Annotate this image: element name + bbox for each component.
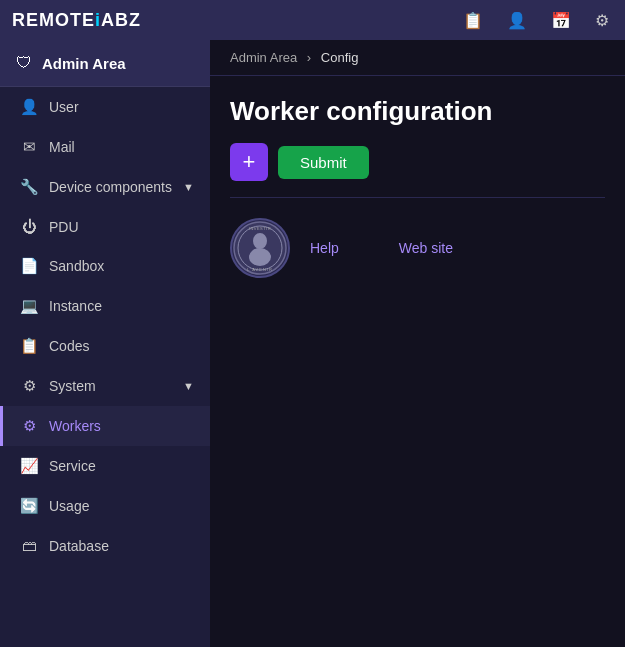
users-icon[interactable]: 👤 (503, 7, 531, 34)
sidebar-header: 🛡 Admin Area (0, 40, 210, 87)
sidebar-item-device-components[interactable]: 🔧 Device components ▼ (0, 167, 210, 207)
worker-logo-svg: L'AVENIR INVESTIR (233, 221, 287, 275)
pdu-icon: ⏻ (19, 218, 39, 235)
sidebar-item-label: Usage (49, 498, 89, 514)
submit-button[interactable]: Submit (278, 146, 369, 179)
sidebar-item-mail[interactable]: ✉ Mail (0, 127, 210, 167)
help-link[interactable]: Help (310, 240, 339, 256)
sidebar-item-label: System (49, 378, 96, 394)
system-icon: ⚙ (19, 377, 39, 395)
svg-point-3 (249, 248, 271, 266)
worker-entry: L'AVENIR INVESTIR Help Web site (210, 198, 625, 298)
sidebar-item-label: Service (49, 458, 96, 474)
user-icon: 👤 (19, 98, 39, 116)
sidebar-item-usage[interactable]: 🔄 Usage (0, 486, 210, 526)
sidebar-item-instance[interactable]: 💻 Instance (0, 286, 210, 326)
sidebar-item-system[interactable]: ⚙ System ▼ (0, 366, 210, 406)
workers-icon: ⚙ (19, 417, 39, 435)
svg-text:INVESTIR: INVESTIR (249, 226, 271, 231)
content-area: Admin Area › Config Worker configuration… (210, 40, 625, 647)
svg-text:L'AVENIR: L'AVENIR (247, 267, 273, 272)
svg-point-2 (253, 233, 267, 249)
sidebar-item-label: User (49, 99, 79, 115)
shield-icon: 🛡 (16, 54, 32, 72)
top-navigation: REMOTEiABZ 📋 👤 📅 ⚙ (0, 0, 625, 40)
worker-logo: L'AVENIR INVESTIR (230, 218, 290, 278)
sidebar-item-sandbox[interactable]: 📄 Sandbox (0, 246, 210, 286)
breadcrumb-separator: › (307, 50, 311, 65)
instance-icon: 💻 (19, 297, 39, 315)
codes-icon: 📋 (19, 337, 39, 355)
database-icon: 🗃 (19, 537, 39, 554)
sidebar: 🛡 Admin Area 👤 User ✉ Mail 🔧 Device comp… (0, 40, 210, 647)
app-logo: REMOTEiABZ (12, 10, 141, 31)
sidebar-item-label: Sandbox (49, 258, 104, 274)
sandbox-icon: 📄 (19, 257, 39, 275)
sidebar-item-label: Device components (49, 179, 172, 195)
sidebar-item-codes[interactable]: 📋 Codes (0, 326, 210, 366)
page-title: Worker configuration (230, 96, 605, 127)
sidebar-item-database[interactable]: 🗃 Database (0, 526, 210, 565)
sidebar-item-label: Codes (49, 338, 89, 354)
page-header: Worker configuration (210, 76, 625, 143)
breadcrumb-parent[interactable]: Admin Area (230, 50, 297, 65)
service-icon: 📈 (19, 457, 39, 475)
sidebar-item-workers[interactable]: ⚙ Workers (0, 406, 210, 446)
mail-icon: ✉ (19, 138, 39, 156)
worker-links: Help Web site (310, 240, 453, 256)
device-icon: 🔧 (19, 178, 39, 196)
sidebar-item-label: Workers (49, 418, 101, 434)
chevron-down-icon: ▼ (183, 380, 194, 392)
sidebar-item-label: Instance (49, 298, 102, 314)
sidebar-item-label: Database (49, 538, 109, 554)
sidebar-item-service[interactable]: 📈 Service (0, 446, 210, 486)
sidebar-item-pdu[interactable]: ⏻ PDU (0, 207, 210, 246)
settings-icon[interactable]: ⚙ (591, 7, 613, 34)
sidebar-item-label: Mail (49, 139, 75, 155)
sidebar-item-user[interactable]: 👤 User (0, 87, 210, 127)
actions-bar: + Submit (210, 143, 625, 197)
sidebar-header-label: Admin Area (42, 55, 126, 72)
add-button[interactable]: + (230, 143, 268, 181)
breadcrumb-current: Config (321, 50, 359, 65)
calendar-icon[interactable]: 📅 (547, 7, 575, 34)
breadcrumb: Admin Area › Config (210, 40, 625, 76)
chevron-down-icon: ▼ (183, 181, 194, 193)
usage-icon: 🔄 (19, 497, 39, 515)
website-link[interactable]: Web site (399, 240, 453, 256)
sidebar-item-label: PDU (49, 219, 79, 235)
main-layout: 🛡 Admin Area 👤 User ✉ Mail 🔧 Device comp… (0, 40, 625, 647)
clipboard-icon[interactable]: 📋 (459, 7, 487, 34)
